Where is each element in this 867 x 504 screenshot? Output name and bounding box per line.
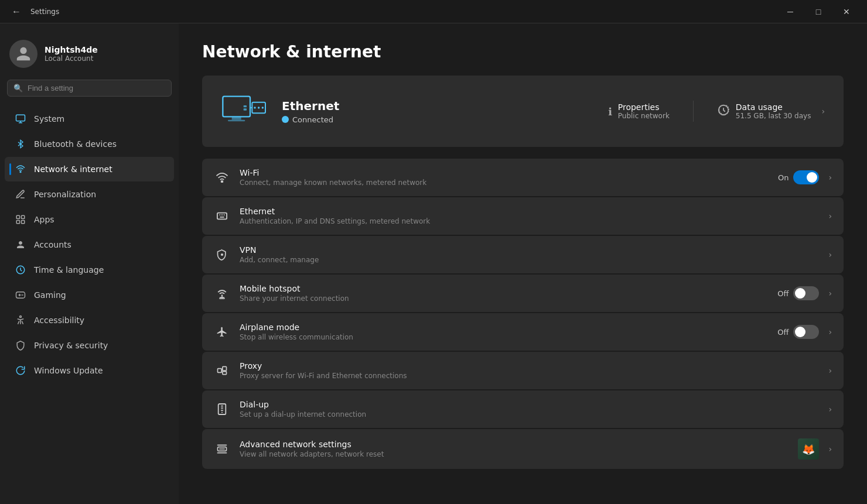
- wifi-title: Wi-Fi: [240, 168, 769, 177]
- data-usage-label: Data usage: [736, 102, 811, 112]
- system-icon: [14, 112, 27, 125]
- vpn-icon: [214, 246, 230, 263]
- svg-point-1: [20, 172, 21, 173]
- advanced-thumbnail: 🦊: [798, 438, 819, 460]
- wifi-toggle-label: On: [778, 173, 789, 182]
- airplane-right: Off ›: [777, 325, 832, 339]
- accounts-icon: [14, 238, 27, 251]
- svg-rect-5: [22, 221, 25, 224]
- sidebar-item-privacy[interactable]: Privacy & security: [5, 333, 174, 358]
- back-button[interactable]: ←: [7, 4, 26, 19]
- sidebar-item-label: Windows Update: [34, 366, 103, 375]
- airplane-title: Airplane mode: [240, 323, 768, 332]
- svg-rect-24: [218, 369, 222, 373]
- wifi-toggle[interactable]: [793, 170, 819, 184]
- proxy-right: ›: [824, 366, 832, 375]
- sidebar-item-gaming[interactable]: Gaming: [5, 283, 174, 307]
- time-icon: [14, 263, 27, 276]
- vpn-sub: Add, connect, manage: [240, 256, 814, 264]
- svg-rect-20: [217, 213, 227, 220]
- vpn-title: VPN: [240, 245, 814, 255]
- svg-point-14: [258, 107, 260, 108]
- svg-rect-3: [22, 215, 25, 218]
- search-input[interactable]: [28, 84, 165, 92]
- airplane-toggle-thumb: [795, 327, 805, 337]
- advanced-sub: View all network adapters, network reset: [240, 450, 789, 458]
- properties-item[interactable]: ℹ️ Properties Public network: [608, 102, 670, 120]
- ethernet-hero-card[interactable]: Ethernet Connected ℹ️ Properties Public …: [202, 76, 844, 147]
- sidebar-item-apps[interactable]: Apps: [5, 207, 174, 232]
- wifi-toggle-thumb: [807, 172, 817, 183]
- search-box[interactable]: 🔍: [7, 80, 172, 97]
- connected-dot: [282, 116, 289, 123]
- svg-point-21: [221, 253, 223, 256]
- advanced-title: Advanced network settings: [240, 440, 789, 449]
- setting-row-proxy[interactable]: Proxy Proxy server for Wi-Fi and Etherne…: [202, 352, 844, 389]
- setting-row-advanced[interactable]: Advanced network settings View all netwo…: [202, 429, 844, 469]
- ethernet-row-right: ›: [824, 211, 832, 221]
- titlebar-left: ← Settings: [7, 4, 59, 19]
- main-content: Network & internet: [179, 23, 867, 504]
- sidebar-item-label: Apps: [34, 215, 54, 224]
- ethernet-row-icon: [214, 208, 230, 224]
- user-section[interactable]: Nightsh4de Local Account: [0, 33, 179, 80]
- hotspot-title: Mobile hotspot: [240, 284, 768, 293]
- maximize-button[interactable]: □: [805, 2, 832, 21]
- hotspot-right: Off ›: [777, 286, 832, 300]
- sidebar-item-time[interactable]: Time & language: [5, 258, 174, 282]
- setting-row-wifi[interactable]: Wi-Fi Connect, manage known networks, me…: [202, 159, 844, 196]
- sidebar-item-label: Bluetooth & devices: [34, 139, 117, 149]
- setting-row-hotspot[interactable]: Mobile hotspot Share your internet conne…: [202, 275, 844, 312]
- vpn-chevron: ›: [828, 250, 832, 259]
- sidebar-item-personalization[interactable]: Personalization: [5, 182, 174, 207]
- dialup-text: Dial-up Set up a dial-up internet connec…: [240, 400, 814, 419]
- sidebar-item-update[interactable]: Windows Update: [5, 358, 174, 383]
- ethernet-meta: ℹ️ Properties Public network Data usage …: [608, 101, 825, 122]
- dialup-icon: [214, 401, 230, 417]
- properties-sub: Public network: [618, 112, 670, 120]
- sidebar-item-network[interactable]: Network & internet: [5, 157, 174, 181]
- data-usage-sub: 51.5 GB, last 30 days: [736, 112, 811, 120]
- vpn-right: ›: [824, 250, 832, 259]
- hotspot-chevron: ›: [828, 289, 832, 298]
- svg-rect-11: [228, 120, 245, 122]
- setting-row-airplane[interactable]: Airplane mode Stop all wireless communic…: [202, 313, 844, 351]
- avatar: [9, 40, 37, 68]
- data-usage-chevron: ›: [821, 107, 825, 116]
- hotspot-toggle[interactable]: [793, 286, 819, 300]
- svg-rect-0: [16, 115, 25, 121]
- sidebar-item-label: Time & language: [34, 265, 104, 275]
- dialup-chevron: ›: [828, 404, 832, 414]
- advanced-text: Advanced network settings View all netwo…: [240, 440, 789, 458]
- proxy-icon: [214, 362, 230, 379]
- airplane-toggle[interactable]: [793, 325, 819, 339]
- sidebar-item-label: System: [34, 114, 64, 124]
- setting-row-dialup[interactable]: Dial-up Set up a dial-up internet connec…: [202, 390, 844, 428]
- connected-badge: Connected: [282, 115, 594, 124]
- sidebar-item-label: Privacy & security: [34, 341, 108, 350]
- ethernet-row-sub: Authentication, IP and DNS settings, met…: [240, 217, 814, 225]
- gaming-icon: [14, 289, 27, 301]
- setting-row-ethernet[interactable]: Ethernet Authentication, IP and DNS sett…: [202, 197, 844, 235]
- sidebar-item-accounts[interactable]: Accounts: [5, 232, 174, 257]
- proxy-chevron: ›: [828, 366, 832, 375]
- setting-row-vpn[interactable]: VPN Add, connect, manage ›: [202, 236, 844, 273]
- privacy-icon: [14, 339, 27, 352]
- ethernet-row-chevron: ›: [828, 211, 832, 221]
- dialup-title: Dial-up: [240, 400, 814, 409]
- minimize-button[interactable]: ─: [777, 2, 804, 21]
- hotspot-text: Mobile hotspot Share your internet conne…: [240, 284, 768, 303]
- sidebar-item-label: Gaming: [34, 290, 66, 300]
- data-usage-item[interactable]: Data usage 51.5 GB, last 30 days ›: [717, 102, 825, 120]
- sidebar-item-bluetooth[interactable]: Bluetooth & devices: [5, 132, 174, 156]
- dialup-sub: Set up a dial-up internet connection: [240, 410, 814, 419]
- airplane-toggle-label: Off: [777, 328, 789, 337]
- user-info: Nightsh4de Local Account: [45, 45, 98, 63]
- sidebar-item-accessibility[interactable]: Accessibility: [5, 308, 174, 332]
- sidebar-item-system[interactable]: System: [5, 107, 174, 131]
- airplane-chevron: ›: [828, 327, 832, 337]
- titlebar-title: Settings: [30, 8, 59, 16]
- close-button[interactable]: ✕: [833, 2, 860, 21]
- advanced-icon: [214, 441, 230, 457]
- network-icon: [14, 163, 27, 176]
